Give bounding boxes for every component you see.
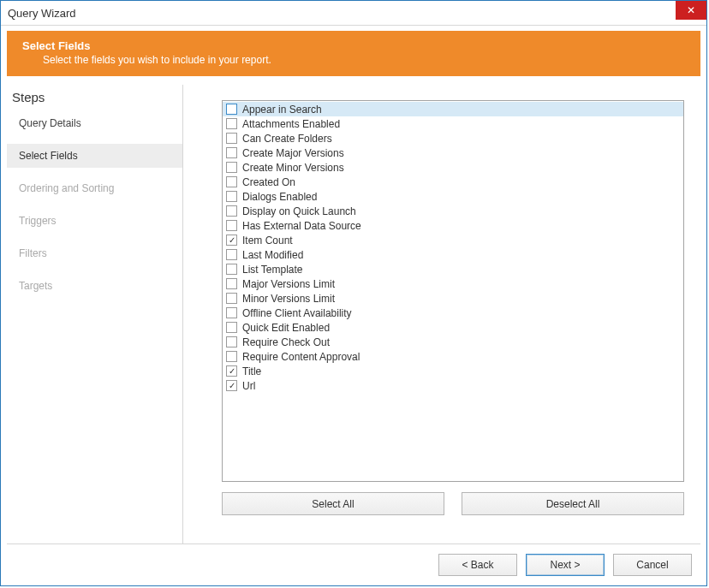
- step-item-select-fields[interactable]: Select Fields: [7, 144, 182, 168]
- field-row[interactable]: ✓Url: [223, 378, 683, 393]
- field-row[interactable]: List Template: [223, 262, 683, 276]
- field-checkbox[interactable]: ✓: [226, 380, 237, 391]
- field-label: Minor Versions Limit: [242, 293, 335, 305]
- field-checkbox[interactable]: [226, 162, 237, 173]
- close-icon: ✕: [687, 4, 695, 16]
- field-row[interactable]: Created On: [223, 175, 683, 189]
- field-checkbox[interactable]: [226, 336, 237, 347]
- wizard-banner: Select Fields Select the fields you wish…: [7, 31, 700, 76]
- field-checkbox[interactable]: [226, 264, 237, 275]
- field-checkbox[interactable]: [226, 322, 237, 333]
- field-row[interactable]: ✓Title: [223, 364, 683, 378]
- field-checkbox[interactable]: [226, 104, 237, 115]
- field-row[interactable]: Attachments Enabled: [223, 116, 683, 131]
- field-checkbox[interactable]: [226, 147, 237, 158]
- banner-title: Select Fields: [22, 39, 685, 52]
- field-checkbox[interactable]: [226, 205, 237, 217]
- select-buttons-row: Select All Deselect All: [222, 492, 684, 515]
- field-checkbox[interactable]: [226, 293, 237, 304]
- field-row[interactable]: Has External Data Source: [223, 218, 683, 233]
- next-button[interactable]: Next >: [526, 554, 605, 576]
- field-checkbox[interactable]: [226, 278, 237, 289]
- field-row[interactable]: Quick Edit Enabled: [223, 320, 683, 335]
- field-row[interactable]: Require Check Out: [223, 335, 683, 349]
- field-label: Create Minor Versions: [242, 162, 344, 174]
- wizard-footer: < Back Next > Cancel: [7, 543, 700, 585]
- field-label: Created On: [242, 176, 295, 188]
- field-checkbox[interactable]: [226, 133, 237, 144]
- field-checkbox[interactable]: [226, 307, 237, 318]
- field-row[interactable]: Dialogs Enabled: [223, 189, 683, 204]
- field-row[interactable]: Can Create Folders: [223, 131, 683, 146]
- field-checkbox[interactable]: [226, 249, 237, 260]
- field-checkbox[interactable]: [226, 176, 237, 187]
- wizard-body: Steps Query DetailsSelect FieldsOrdering…: [7, 85, 700, 543]
- close-button[interactable]: ✕: [676, 1, 706, 20]
- field-row[interactable]: Require Content Approval: [223, 349, 683, 364]
- field-label: Attachments Enabled: [242, 118, 340, 130]
- field-row[interactable]: Create Minor Versions: [223, 160, 683, 175]
- main-panel: Appear in SearchAttachments EnabledCan C…: [183, 85, 700, 543]
- field-label: Create Major Versions: [242, 147, 344, 159]
- field-label: Title: [242, 365, 261, 377]
- field-row[interactable]: Create Major Versions: [223, 146, 683, 160]
- window-title: Query Wizard: [8, 7, 75, 20]
- step-item-targets[interactable]: Targets: [7, 274, 182, 298]
- field-checkbox[interactable]: [226, 351, 237, 362]
- field-label: Can Create Folders: [242, 133, 332, 145]
- field-label: List Template: [242, 264, 302, 276]
- field-label: Item Count: [242, 235, 293, 246]
- deselect-all-button[interactable]: Deselect All: [462, 492, 684, 515]
- select-all-button[interactable]: Select All: [222, 492, 444, 515]
- step-label: Select Fields: [19, 150, 78, 162]
- field-label: Require Check Out: [242, 336, 330, 348]
- field-label: Url: [242, 380, 255, 392]
- field-row[interactable]: Offline Client Availability: [223, 306, 683, 320]
- field-row[interactable]: Appear in Search: [223, 102, 683, 116]
- field-row[interactable]: Major Versions Limit: [223, 276, 683, 291]
- field-label: Appear in Search: [242, 104, 322, 116]
- step-item-filters[interactable]: Filters: [7, 241, 182, 265]
- field-label: Has External Data Source: [242, 220, 361, 232]
- field-label: Dialogs Enabled: [242, 191, 317, 203]
- cancel-button[interactable]: Cancel: [613, 554, 692, 576]
- step-item-ordering-and-sorting[interactable]: Ordering and Sorting: [7, 176, 182, 200]
- steps-heading: Steps: [7, 86, 182, 111]
- step-item-triggers[interactable]: Triggers: [7, 209, 182, 233]
- back-button[interactable]: < Back: [438, 554, 517, 576]
- field-row[interactable]: Minor Versions Limit: [223, 291, 683, 306]
- field-checkbox[interactable]: ✓: [226, 365, 237, 377]
- step-label: Query Details: [19, 117, 81, 129]
- field-label: Major Versions Limit: [242, 278, 335, 290]
- field-label: Offline Client Availability: [242, 307, 352, 319]
- step-label: Filters: [19, 247, 47, 259]
- field-label: Require Content Approval: [242, 351, 360, 363]
- field-label: Quick Edit Enabled: [242, 322, 330, 334]
- field-label: Last Modified: [242, 249, 303, 261]
- field-checkbox[interactable]: ✓: [226, 235, 237, 246]
- field-row[interactable]: Last Modified: [223, 247, 683, 262]
- step-label: Triggers: [19, 215, 57, 227]
- query-wizard-window: Query Wizard ✕ Select Fields Select the …: [0, 0, 707, 586]
- field-row[interactable]: ✓Item Count: [223, 233, 683, 247]
- field-checkbox[interactable]: [226, 191, 237, 202]
- field-label: Display on Quick Launch: [242, 205, 356, 217]
- banner-subtitle: Select the fields you wish to include in…: [22, 54, 685, 66]
- field-checkbox[interactable]: [226, 118, 237, 129]
- step-item-query-details[interactable]: Query Details: [7, 111, 182, 135]
- step-label: Ordering and Sorting: [19, 182, 114, 194]
- field-row[interactable]: Display on Quick Launch: [223, 204, 683, 218]
- field-list[interactable]: Appear in SearchAttachments EnabledCan C…: [222, 100, 684, 482]
- titlebar: Query Wizard ✕: [1, 1, 706, 26]
- step-label: Targets: [19, 280, 52, 292]
- steps-panel: Steps Query DetailsSelect FieldsOrdering…: [7, 85, 183, 543]
- field-checkbox[interactable]: [226, 220, 237, 231]
